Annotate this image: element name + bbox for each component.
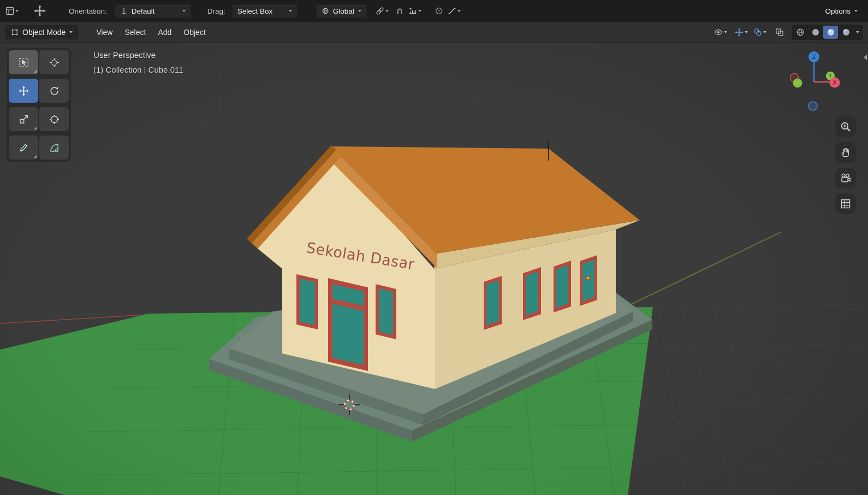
- top-header-bar: Orientation: Default Drag: Select Box Gl…: [0, 0, 868, 22]
- proportional-connected-dropdown[interactable]: [376, 7, 389, 15]
- object-origin-dot: [586, 276, 590, 280]
- toggle-ortho-button[interactable]: [835, 193, 856, 214]
- chevron-down-icon: [385, 10, 389, 12]
- measure-icon: [49, 143, 60, 153]
- scale-icon: [19, 114, 29, 125]
- orientation-label: Orientation:: [69, 7, 107, 15]
- view-perspective-label: User Perspective: [93, 50, 183, 60]
- menu-object[interactable]: Object: [177, 25, 211, 39]
- solid-sphere-icon: [811, 28, 820, 37]
- navigation-gizmo[interactable]: Y X Z: [790, 49, 845, 114]
- chevron-down-icon: [358, 10, 361, 12]
- mode-dropdown[interactable]: Object Mode: [5, 25, 78, 39]
- viewport-header-bar: Object Mode View Select Add Object: [0, 22, 868, 43]
- cursor-3d-icon: [49, 57, 60, 68]
- xray-toggle[interactable]: [775, 28, 784, 37]
- gizmo-neg-z-ball[interactable]: [808, 102, 817, 110]
- svg-text:X: X: [833, 79, 837, 86]
- side-window-4[interactable]: [580, 255, 597, 306]
- wireframe-icon: [796, 28, 805, 37]
- chevron-down-icon: [856, 31, 859, 33]
- pivot-dropdown[interactable]: Global: [316, 4, 367, 18]
- front-window-right[interactable]: [376, 284, 396, 339]
- blender-window: Sekolah Dasar User Perspective (1) Colle…: [0, 0, 868, 495]
- orientation-value: Default: [132, 7, 179, 15]
- select-box-icon: [19, 57, 29, 68]
- rendered-sphere-icon: [842, 28, 851, 37]
- tool-transform[interactable]: [39, 107, 69, 131]
- drag-value: Select Box: [237, 7, 285, 15]
- tool-move[interactable]: [9, 79, 38, 103]
- snap-with-dropdown[interactable]: [408, 7, 421, 15]
- pan-button[interactable]: [835, 142, 856, 163]
- visibility-dropdown[interactable]: [714, 28, 727, 37]
- editor-type-icon: [5, 7, 14, 15]
- viewport-nav-buttons: [835, 116, 856, 214]
- tool-select-box[interactable]: [9, 50, 38, 74]
- tool-annotate[interactable]: [9, 135, 38, 160]
- global-axes-icon: [322, 7, 329, 15]
- transform-icon: [49, 114, 60, 125]
- camera-view-button[interactable]: [835, 168, 856, 188]
- show-gizmos-dropdown[interactable]: [735, 28, 748, 37]
- move-icon: [19, 86, 29, 96]
- front-door[interactable]: [328, 278, 368, 371]
- hand-icon: [840, 147, 851, 158]
- options-label: Options: [825, 7, 851, 15]
- sidebar-collapse-chevron[interactable]: [864, 55, 867, 60]
- menu-view[interactable]: View: [90, 25, 118, 39]
- show-overlays-dropdown[interactable]: [753, 28, 766, 37]
- tool-cursor[interactable]: [39, 50, 69, 74]
- shading-rendered-button[interactable]: [839, 26, 853, 39]
- annotate-icon: [19, 143, 29, 153]
- chevron-down-icon: [745, 31, 748, 33]
- gizmo-z-ball[interactable]: Z: [808, 51, 819, 62]
- side-window-3[interactable]: [554, 261, 571, 313]
- tool-rotate[interactable]: [39, 79, 69, 103]
- chevron-down-icon: [418, 10, 421, 12]
- material-sphere-icon: [827, 28, 835, 37]
- orientation-icon: [120, 7, 128, 15]
- svg-text:Z: Z: [812, 54, 816, 61]
- snap-toggle[interactable]: [395, 7, 404, 15]
- active-object-breadcrumb: (1) Collection | Cube.011: [93, 65, 183, 74]
- rotate-icon: [49, 86, 60, 96]
- orientation-dropdown[interactable]: Default: [115, 4, 191, 18]
- overlays-icon: [753, 28, 762, 37]
- shading-mode-group: [792, 25, 863, 40]
- ridge-edge: [548, 141, 549, 161]
- eye-icon: [714, 28, 723, 37]
- chevron-down-icon: [15, 10, 19, 12]
- gizmo-x-ball[interactable]: X: [830, 78, 840, 88]
- shading-wireframe-button[interactable]: [793, 26, 807, 39]
- magnet-icon: [395, 7, 404, 15]
- toolbar-tools: [7, 48, 71, 162]
- tool-measure[interactable]: [39, 135, 69, 160]
- grid-icon: [840, 198, 851, 209]
- editor-type-dropdown[interactable]: [5, 7, 19, 15]
- front-window-left[interactable]: [296, 274, 318, 329]
- menu-select[interactable]: Select: [118, 25, 152, 39]
- chevron-down-icon: [854, 10, 858, 12]
- tool-scale[interactable]: [9, 107, 38, 131]
- transform-widget-icon[interactable]: [34, 5, 46, 17]
- gizmo-icon: [735, 28, 744, 37]
- pivot-value: Global: [333, 7, 354, 15]
- xray-icon: [775, 28, 784, 37]
- drag-dropdown[interactable]: Select Box: [232, 4, 298, 18]
- options-dropdown[interactable]: Options: [820, 5, 863, 17]
- falloff-dropdown[interactable]: [448, 7, 461, 15]
- snap-increment-icon: [408, 7, 417, 15]
- zoom-icon: [840, 121, 851, 132]
- shading-material-button[interactable]: [823, 26, 838, 39]
- menu-add[interactable]: Add: [152, 25, 177, 39]
- side-window-1[interactable]: [484, 276, 502, 330]
- proportional-editing-toggle[interactable]: [435, 7, 443, 15]
- chevron-down-icon: [182, 10, 186, 12]
- side-window-2[interactable]: [523, 267, 541, 320]
- camera-icon: [840, 173, 851, 184]
- zoom-button[interactable]: [835, 116, 856, 137]
- link-icon: [376, 7, 384, 15]
- shading-solid-button[interactable]: [808, 26, 823, 39]
- gizmo-neg-y-ball[interactable]: [793, 79, 802, 88]
